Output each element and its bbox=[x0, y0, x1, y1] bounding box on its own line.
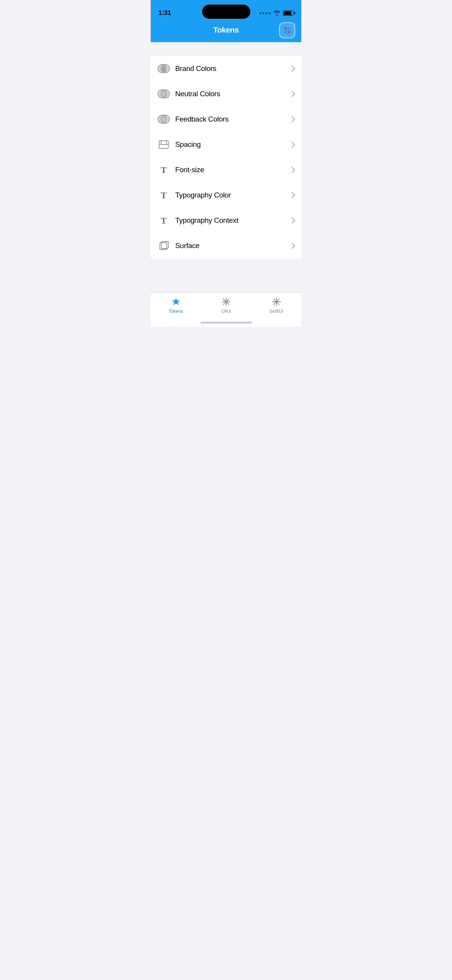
font-size-icon: T bbox=[157, 163, 171, 177]
surface-icon bbox=[157, 239, 171, 253]
surface-chevron bbox=[291, 243, 295, 249]
svg-point-31 bbox=[276, 305, 277, 306]
feedback-colors-label: Feedback Colors bbox=[175, 115, 291, 123]
tokens-tab-icon bbox=[171, 296, 181, 307]
svg-rect-0 bbox=[284, 27, 287, 30]
uikit-tab-label: UIKit bbox=[221, 309, 231, 314]
header-separator bbox=[151, 42, 301, 56]
svg-point-32 bbox=[272, 301, 273, 303]
neutral-colors-chevron bbox=[291, 91, 295, 97]
list-item-typography-context[interactable]: T Typography Context bbox=[151, 208, 301, 233]
tab-uikit[interactable]: UIKit bbox=[201, 296, 251, 314]
font-size-t-icon: T bbox=[161, 165, 167, 175]
wifi-icon bbox=[273, 10, 281, 16]
list-item-neutral-colors[interactable]: Neutral Colors bbox=[151, 81, 301, 107]
battery-icon bbox=[283, 10, 294, 16]
battery-tip bbox=[294, 12, 295, 14]
font-size-label: Font-size bbox=[175, 166, 291, 174]
brand-colors-chevron bbox=[291, 66, 295, 72]
typography-color-label: Typography Color bbox=[175, 191, 291, 199]
typography-context-icon: T bbox=[157, 214, 171, 227]
swiftui-tab-icon bbox=[271, 296, 282, 307]
dynamic-island bbox=[202, 5, 250, 19]
surface-label: Surface bbox=[175, 242, 291, 250]
status-right bbox=[260, 10, 294, 16]
svg-rect-3 bbox=[288, 31, 290, 33]
typography-context-chevron bbox=[291, 217, 295, 224]
signal-dot-2 bbox=[263, 12, 265, 14]
font-size-chevron bbox=[291, 167, 295, 173]
signal-dot-4 bbox=[269, 12, 271, 14]
spacing-icon bbox=[157, 138, 171, 151]
list-item-typography-color[interactable]: T Typography Color bbox=[151, 183, 301, 208]
typography-context-t-icon: T bbox=[161, 215, 167, 226]
list-item-surface[interactable]: Surface bbox=[151, 233, 301, 258]
typography-color-t-icon: T bbox=[161, 190, 167, 201]
svg-rect-17 bbox=[161, 141, 166, 145]
feedback-colors-chevron bbox=[291, 116, 295, 122]
brand-colors-label: Brand Colors bbox=[175, 64, 291, 73]
signal-dots bbox=[260, 12, 271, 14]
typography-color-icon: T bbox=[157, 188, 171, 202]
list-item-spacing[interactable]: Spacing bbox=[151, 132, 301, 157]
typography-color-chevron bbox=[291, 192, 295, 198]
feedback-colors-icon bbox=[157, 112, 171, 126]
signal-dot-3 bbox=[266, 12, 268, 14]
swiftui-tab-label: SwiftUI bbox=[269, 309, 283, 314]
home-indicator bbox=[201, 322, 252, 324]
tab-swiftui[interactable]: SwiftUI bbox=[251, 296, 301, 314]
spacing-label: Spacing bbox=[175, 140, 291, 149]
typography-context-label: Typography Context bbox=[175, 216, 291, 225]
nav-title: Tokens bbox=[213, 26, 239, 35]
list-container: Brand Colors Neutral Colors bbox=[151, 56, 301, 258]
status-time: 1:31 bbox=[158, 9, 171, 17]
uikit-tab-icon bbox=[221, 296, 232, 307]
tokens-tab-label: Tokens bbox=[169, 309, 183, 314]
svg-point-33 bbox=[279, 301, 281, 303]
battery-fill bbox=[284, 11, 291, 15]
nav-bar: Tokens bbox=[151, 21, 301, 42]
list-item-font-size[interactable]: T Font-size bbox=[151, 157, 301, 183]
spacing-chevron bbox=[291, 141, 295, 148]
svg-point-30 bbox=[276, 298, 277, 299]
list-item-feedback-colors[interactable]: Feedback Colors bbox=[151, 107, 301, 132]
signal-dot-1 bbox=[260, 12, 261, 14]
svg-point-29 bbox=[275, 301, 277, 303]
app-icon-button[interactable] bbox=[279, 22, 295, 38]
neutral-colors-label: Neutral Colors bbox=[175, 90, 291, 98]
tab-tokens[interactable]: Tokens bbox=[151, 296, 201, 314]
svg-rect-2 bbox=[284, 31, 287, 33]
house-icon bbox=[283, 26, 291, 35]
list-item-brand-colors[interactable]: Brand Colors bbox=[151, 56, 301, 81]
svg-rect-1 bbox=[288, 27, 290, 30]
neutral-colors-icon bbox=[157, 87, 171, 101]
brand-colors-icon bbox=[157, 62, 171, 76]
